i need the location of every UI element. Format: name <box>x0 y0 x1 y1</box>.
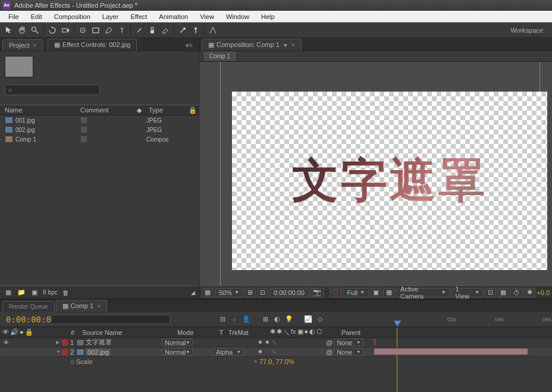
show-channel-icon[interactable]: ⬡ <box>330 288 341 297</box>
project-item[interactable]: 002.jpg JPEG <box>0 125 199 134</box>
fx-switch[interactable] <box>278 349 284 355</box>
project-item[interactable]: Comp 1 Compos <box>0 134 199 144</box>
rectangle-tool[interactable] <box>90 25 101 36</box>
delete-icon[interactable]: 🗑 <box>61 288 70 297</box>
lock-column-icon[interactable]: 🔒 <box>25 328 33 336</box>
solo-toggle[interactable] <box>19 339 26 346</box>
frame-blend-switch[interactable] <box>286 340 291 346</box>
3d-switch[interactable] <box>307 349 313 355</box>
snapshot-icon[interactable]: 📷 <box>310 288 324 297</box>
video-toggle[interactable]: 👁 <box>2 339 10 346</box>
roto-brush-tool[interactable] <box>177 25 188 36</box>
frame-blend-switch[interactable] <box>286 349 291 355</box>
pen-tool[interactable] <box>104 25 114 36</box>
brush-tool[interactable] <box>134 25 145 36</box>
pan-behind-tool[interactable] <box>77 25 88 36</box>
tab-timeline-comp[interactable]: ▦Comp 1× <box>56 300 107 312</box>
layer-name[interactable]: 002.jpg <box>86 349 111 356</box>
blend-mode-select[interactable]: Normal▼ <box>162 348 193 356</box>
composition-canvas[interactable]: 文字遮罩 <box>232 92 547 270</box>
layer-track[interactable] <box>374 347 552 356</box>
collapse-switch[interactable]: ✱ <box>264 340 270 346</box>
project-item[interactable]: 001.jpg JPEG <box>0 115 199 125</box>
menu-animation[interactable]: Animation <box>153 12 194 21</box>
comp-mini-flowchart-icon[interactable]: ⊟ <box>218 315 227 324</box>
tab-project[interactable]: Project× <box>2 39 43 51</box>
resolution-select[interactable]: Full▼ <box>343 288 369 297</box>
panel-menu-icon[interactable]: ▾≡ <box>182 40 196 51</box>
pixel-aspect-icon[interactable]: ⊡ <box>485 288 496 297</box>
grid-icon[interactable]: ▦ <box>383 288 395 297</box>
solo-toggle[interactable] <box>19 349 26 356</box>
blend-mode-select[interactable]: Normal▼ <box>162 338 193 346</box>
quality-switch[interactable]: ＼ <box>271 349 277 355</box>
brainstorm-icon[interactable]: 💡 <box>284 315 294 324</box>
exposure-value[interactable]: +0.0 <box>537 289 550 296</box>
header-layer-num[interactable]: # <box>65 329 80 336</box>
camera-select[interactable]: Active Camera▼ <box>396 288 450 297</box>
tab-effect-controls[interactable]: ▦Effect Controls: 002.jpg <box>48 39 137 51</box>
timeline-search-input[interactable] <box>51 315 170 324</box>
fast-preview-icon[interactable]: ⊡ <box>257 288 268 297</box>
fx-switch[interactable] <box>278 340 284 346</box>
menu-composition[interactable]: Composition <box>48 12 96 21</box>
menu-window[interactable]: Window <box>220 12 255 21</box>
interpret-footage-icon[interactable]: ▦ <box>4 288 13 297</box>
eraser-tool[interactable] <box>160 25 171 36</box>
header-trkmat[interactable]: TrkMat <box>226 329 268 336</box>
menu-edit[interactable]: Edit <box>25 12 48 21</box>
layer-track[interactable] <box>374 338 552 347</box>
motion-blur-switch[interactable] <box>293 349 299 355</box>
clone-stamp-tool[interactable] <box>147 25 158 36</box>
layer-color-swatch[interactable] <box>62 340 68 346</box>
playhead[interactable] <box>394 321 402 329</box>
video-toggle[interactable] <box>2 349 10 356</box>
menu-help[interactable]: Help <box>255 12 281 21</box>
close-icon[interactable]: × <box>33 42 36 49</box>
solo-column-icon[interactable]: ● <box>20 328 24 336</box>
lock-toggle[interactable] <box>27 349 34 356</box>
header-comment[interactable]: Comment <box>80 106 137 114</box>
puppet-pin-tool[interactable] <box>190 25 201 36</box>
3d-switch[interactable] <box>307 340 313 346</box>
canvas-text-layer[interactable]: 文字遮罩 <box>292 150 487 212</box>
bpc-indicator[interactable]: 8 bpc <box>43 289 57 296</box>
header-mode[interactable]: Mode <box>175 329 217 336</box>
constrain-icon[interactable]: ⚭ <box>253 359 259 365</box>
tab-render-queue[interactable]: Render Queue <box>2 301 55 312</box>
layer-bar[interactable] <box>374 348 528 355</box>
shy-switch[interactable]: ✱ <box>257 349 263 355</box>
adjust-switch[interactable] <box>300 349 306 355</box>
hide-shy-icon[interactable]: 👤 <box>242 315 251 324</box>
trkmat-select[interactable]: Alpha▼ <box>213 348 244 356</box>
collapse-switch[interactable] <box>264 349 270 355</box>
shy-switch[interactable]: ✱ <box>257 340 263 346</box>
video-column-icon[interactable]: 👁 <box>2 328 9 336</box>
parent-select[interactable]: None▼ <box>334 348 363 356</box>
roi-icon[interactable]: ▣ <box>370 288 382 297</box>
project-search-input[interactable] <box>5 84 100 95</box>
resolution-icon[interactable]: ⊞ <box>244 288 256 297</box>
pickwhip-icon[interactable]: @ <box>326 339 333 346</box>
fast-preview-icon[interactable]: ▦ <box>497 288 509 297</box>
stopwatch-icon[interactable]: ⊙ <box>70 359 76 365</box>
layer-bar[interactable] <box>374 338 376 346</box>
auto-keyframe-icon[interactable]: ◇ <box>315 315 325 324</box>
rotate-tool[interactable] <box>47 25 58 36</box>
draft-3d-icon[interactable]: ▫ <box>230 315 239 324</box>
breadcrumb-item[interactable]: Comp 1 <box>204 52 236 61</box>
audio-column-icon[interactable]: 🔊 <box>10 328 18 336</box>
header-t[interactable]: T <box>217 329 226 336</box>
local-axis-mode[interactable] <box>208 25 218 36</box>
resize-handle[interactable]: ◢ <box>191 290 195 296</box>
menu-effect[interactable]: Effect <box>124 12 153 21</box>
header-parent[interactable]: Parent <box>339 329 387 336</box>
audio-toggle[interactable] <box>11 339 18 346</box>
lock-toggle[interactable] <box>27 339 34 346</box>
tab-composition[interactable]: ▦Composition: Comp 1▼× <box>202 39 302 51</box>
timecode-display[interactable]: 0:00:00:00 <box>269 288 309 297</box>
zoom-select[interactable]: 50%▼ <box>215 288 243 297</box>
property-value[interactable]: 77.0, 77.0% <box>259 358 294 365</box>
audio-toggle[interactable] <box>11 349 18 356</box>
pickwhip-icon[interactable]: @ <box>326 349 333 356</box>
